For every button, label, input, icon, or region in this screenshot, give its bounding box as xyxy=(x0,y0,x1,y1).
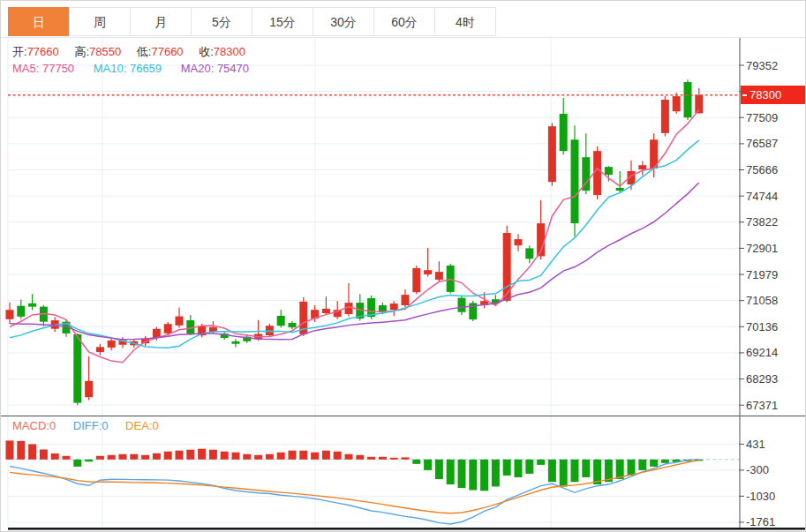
tab-m5[interactable]: 5分 xyxy=(191,7,252,36)
kline-app-window: 7935278430775097658775666747447382272901… xyxy=(0,0,806,532)
low-label: 低: xyxy=(137,45,152,58)
tab-month[interactable]: 月 xyxy=(130,7,192,36)
macd-legend: MACD:0 DIFF:0 DEA:0 xyxy=(12,419,159,432)
high-label: 高: xyxy=(74,45,89,58)
svg-text:-1030: -1030 xyxy=(746,490,775,503)
current-price-tag: 78300 xyxy=(741,86,805,104)
svg-text:71058: 71058 xyxy=(746,294,778,307)
tab-m30[interactable]: 30分 xyxy=(313,7,374,36)
svg-text:70136: 70136 xyxy=(746,320,778,333)
ma5-value: MA5: 77750 xyxy=(12,62,74,75)
ohlc-legend: 开:77660 高:78550 低:77660 收:78300 xyxy=(12,44,258,60)
ma-legend: MA5: 77750 MA10: 76659 MA20: 75470 xyxy=(12,62,249,75)
svg-text:76587: 76587 xyxy=(746,137,778,150)
dea-value: DEA:0 xyxy=(125,419,159,432)
diff-value: DIFF:0 xyxy=(73,419,109,432)
high-value: 78550 xyxy=(89,45,121,58)
svg-text:69214: 69214 xyxy=(746,346,778,359)
svg-text:67371: 67371 xyxy=(746,399,778,412)
tab-week[interactable]: 周 xyxy=(69,7,131,36)
open-label: 开: xyxy=(12,45,27,58)
low-value: 77660 xyxy=(151,45,183,58)
ma20-value: MA20: 75470 xyxy=(181,62,249,75)
close-value: 78300 xyxy=(214,45,245,58)
svg-text:75666: 75666 xyxy=(746,163,778,176)
price-tag-value: 78300 xyxy=(750,88,781,101)
price-tag-tick-icon xyxy=(742,94,747,96)
tab-m15[interactable]: 15分 xyxy=(252,7,313,36)
macd-value: MACD:0 xyxy=(12,419,56,432)
tab-h4[interactable]: 4时 xyxy=(434,7,496,36)
svg-text:68293: 68293 xyxy=(746,372,778,386)
period-tabbar: 日周月5分15分30分60分4时 xyxy=(8,7,496,36)
kline-chart-canvas[interactable]: 7935278430775097658775666747447382272901… xyxy=(1,1,806,532)
svg-text:72901: 72901 xyxy=(746,242,778,255)
svg-text:-1761: -1761 xyxy=(746,515,775,528)
svg-text:73822: 73822 xyxy=(746,215,778,229)
open-value: 77660 xyxy=(27,45,59,58)
tab-m60[interactable]: 60分 xyxy=(373,7,435,36)
svg-text:77509: 77509 xyxy=(746,111,778,124)
ma10-value: MA10: 76659 xyxy=(94,62,162,75)
svg-text:431: 431 xyxy=(746,438,765,451)
svg-text:71979: 71979 xyxy=(746,268,778,281)
svg-text:74744: 74744 xyxy=(746,190,778,203)
close-label: 收: xyxy=(199,45,214,58)
svg-text:79352: 79352 xyxy=(746,59,778,72)
svg-text:-300: -300 xyxy=(746,463,769,476)
tab-day[interactable]: 日 xyxy=(8,7,70,36)
